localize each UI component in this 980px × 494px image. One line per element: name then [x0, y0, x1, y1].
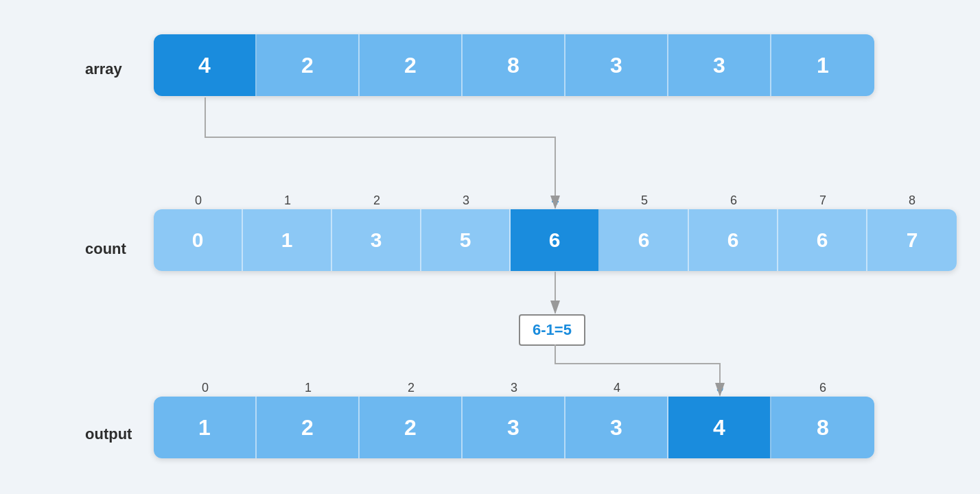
- output-cell-0: 1: [154, 397, 257, 458]
- output-index-3: 3: [463, 381, 565, 395]
- output-cell-3: 3: [463, 397, 565, 458]
- array-cell-1: 2: [257, 34, 360, 96]
- output-index-0: 0: [154, 381, 257, 395]
- count-index-0: 0: [154, 193, 243, 208]
- count-cell-3: 5: [421, 209, 511, 271]
- output-index-5: 5: [668, 381, 771, 395]
- count-index-5: 5: [600, 193, 689, 208]
- count-index-3: 3: [421, 193, 511, 208]
- output-index-row: 0123456: [154, 381, 874, 395]
- output-index-4: 4: [565, 381, 668, 395]
- array-cell-3: 8: [463, 34, 565, 96]
- array-cell-6: 1: [771, 34, 874, 96]
- count-index-7: 7: [778, 193, 867, 208]
- output-label: output: [85, 425, 132, 443]
- count-cell-7: 6: [778, 209, 867, 271]
- count-label: count: [85, 240, 126, 258]
- output-container: 1223348: [154, 397, 874, 458]
- count-index-row: 012345678: [154, 193, 957, 208]
- count-cell-6: 6: [689, 209, 778, 271]
- output-cell-2: 2: [360, 397, 463, 458]
- count-cell-5: 6: [600, 209, 689, 271]
- output-cell-4: 3: [565, 397, 668, 458]
- count-index-2: 2: [332, 193, 421, 208]
- array-cell-2: 2: [360, 34, 463, 96]
- array-container: 4228331: [154, 34, 874, 96]
- equation-box: 6-1=5: [519, 314, 585, 346]
- count-index-4: 4: [511, 193, 600, 208]
- array-cell-5: 3: [668, 34, 771, 96]
- count-cell-4: 6: [511, 209, 600, 271]
- array-label: array: [85, 60, 122, 78]
- output-index-2: 2: [360, 381, 463, 395]
- output-cell-6: 8: [771, 397, 874, 458]
- output-cell-5: 4: [668, 397, 771, 458]
- array-cell-4: 3: [565, 34, 668, 96]
- count-index-6: 6: [689, 193, 778, 208]
- count-cell-1: 1: [243, 209, 332, 271]
- array-cell-0: 4: [154, 34, 257, 96]
- arrow-array-to-count: [205, 97, 555, 208]
- output-index-6: 6: [771, 381, 874, 395]
- count-cell-8: 7: [867, 209, 957, 271]
- diagram: array 4228331 012345678 count 013566667 …: [44, 14, 936, 480]
- output-index-1: 1: [257, 381, 360, 395]
- count-container: 013566667: [154, 209, 957, 271]
- output-cell-1: 2: [257, 397, 360, 458]
- count-cell-2: 3: [332, 209, 421, 271]
- count-cell-0: 0: [154, 209, 243, 271]
- count-index-8: 8: [867, 193, 957, 208]
- count-index-1: 1: [243, 193, 332, 208]
